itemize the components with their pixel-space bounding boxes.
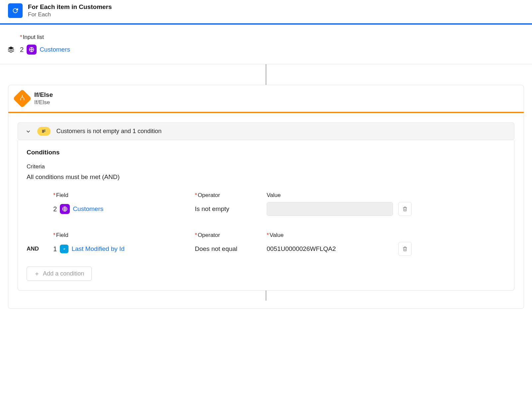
if-chip: IF [37, 127, 51, 136]
conditions-heading: Conditions [27, 149, 505, 156]
delete-condition-button[interactable] [398, 202, 412, 216]
condition-field[interactable]: 2 Customers [53, 204, 190, 214]
value-label: *Value [267, 232, 393, 239]
operator-label: *Operator [195, 232, 261, 239]
salesforce-icon: sf [60, 245, 68, 253]
value-input-disabled [267, 202, 393, 216]
input-list-pill[interactable]: 2 Customers [20, 45, 524, 55]
ifelse-header: If/Else If/Else [8, 85, 524, 112]
globe-icon [27, 45, 37, 55]
criteria-label: Criteria [27, 163, 505, 170]
criteria-value: All conditions must be met (AND) [27, 173, 505, 181]
field-value: Last Modified by Id [71, 245, 124, 253]
step-number: 2 [20, 46, 24, 54]
chevron-down-icon [25, 128, 31, 134]
connector-top [0, 64, 532, 85]
value-label: Value [267, 192, 393, 199]
input-list-value: Customers [40, 46, 70, 53]
foreach-header: For Each item in Customers For Each [0, 0, 532, 23]
ifelse-block: If/Else If/Else IF Customers is not empt… [8, 85, 524, 309]
delete-condition-button[interactable] [398, 242, 412, 256]
value-text[interactable]: 0051U0000026WFLQA2 [267, 245, 393, 253]
operator-label: *Operator [195, 192, 261, 199]
field-label: *Field [53, 232, 190, 239]
operator-value[interactable]: Does not equal [195, 245, 261, 253]
foreach-title: For Each item in Customers [28, 3, 112, 11]
foreach-subtitle: For Each [28, 11, 112, 18]
and-cell: AND [27, 246, 48, 252]
if-summary-text: Customers is not empty and 1 condition [57, 128, 162, 135]
loop-icon [8, 3, 23, 18]
add-condition-button[interactable]: Add a condition [27, 267, 92, 281]
ifelse-title: If/Else [34, 91, 53, 98]
input-list-label: *Input list [20, 34, 524, 41]
step-number: 2 [53, 205, 57, 213]
field-label: *Field [53, 192, 190, 199]
branch-icon [13, 89, 32, 108]
connector-bottom [26, 291, 506, 300]
ifelse-subtitle: If/Else [34, 99, 53, 106]
required-star: * [20, 34, 22, 40]
conditions-panel: Conditions Criteria All conditions must … [18, 140, 514, 291]
condition-field[interactable]: 1 sf Last Modified by Id [53, 245, 190, 253]
operator-value[interactable]: Is not empty [195, 205, 261, 213]
step-number: 1 [53, 245, 57, 253]
add-condition-label: Add a condition [43, 270, 84, 277]
input-list-section: *Input list 2 Customers [0, 25, 532, 64]
globe-icon [60, 204, 70, 214]
layers-icon [7, 46, 15, 55]
field-value: Customers [73, 205, 103, 213]
if-summary-bar[interactable]: IF Customers is not empty and 1 conditio… [18, 122, 514, 140]
